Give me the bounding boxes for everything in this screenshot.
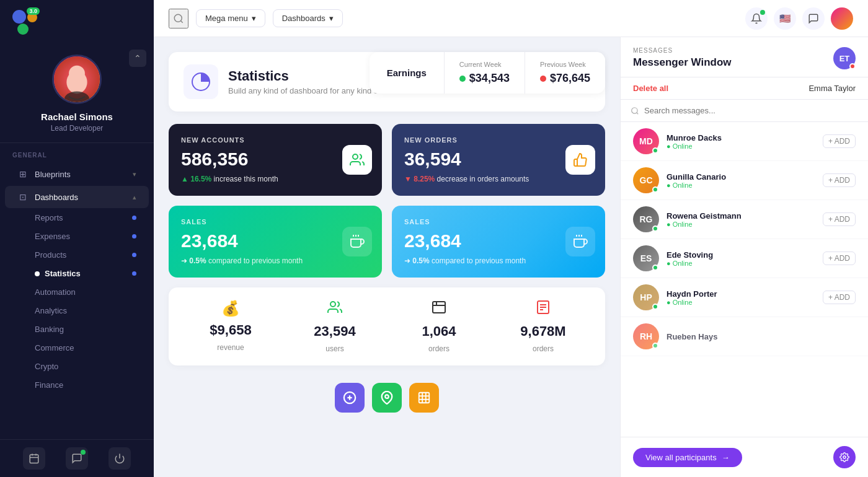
- rowena-name: Rowena Geistmann: [666, 211, 815, 221]
- sidebar-item-blueprints[interactable]: ⊞ Blueprints ▾: [5, 163, 149, 185]
- munroe-add-button[interactable]: + ADD: [823, 134, 856, 148]
- sidebar-item-crypto[interactable]: Crypto: [5, 357, 149, 375]
- statistics-active-indicator: [35, 271, 40, 276]
- sidebar-item-dashboards[interactable]: ⊡ Dashboards ▴: [5, 186, 149, 208]
- messenger-search-bar: [621, 100, 868, 122]
- mega-menu-button[interactable]: Mega menu ▾: [196, 9, 265, 27]
- products-dot: [132, 253, 136, 257]
- sidebar-item-reports[interactable]: Reports: [5, 209, 149, 227]
- new-orders-icon: [565, 145, 595, 175]
- avatar-image: [54, 56, 100, 102]
- sidebar-item-statistics[interactable]: Statistics: [5, 265, 149, 282]
- new-orders-card: NEW ORDERS 36,594 ▼ 8.25% decrease in or…: [392, 124, 605, 196]
- munroe-info: Munroe Dacks ● Online: [666, 133, 815, 150]
- svg-point-9: [174, 14, 182, 22]
- view-all-arrow: →: [722, 453, 730, 462]
- messenger-item-rueben[interactable]: RH Rueben Hays: [621, 317, 868, 356]
- table-action-button[interactable]: [409, 383, 439, 413]
- orders2-value: 9,678M: [520, 323, 565, 339]
- orders2-label: orders: [533, 344, 554, 353]
- users-label: users: [326, 344, 343, 353]
- expenses-label: Expenses: [35, 232, 70, 241]
- user-name: Rachael Simons: [41, 112, 113, 122]
- sales-green-change: ➜ 0.5% compared to previous month: [181, 256, 370, 265]
- gunilla-add-button[interactable]: + ADD: [823, 173, 856, 187]
- reports-label: Reports: [35, 213, 63, 222]
- delete-all-button[interactable]: Delete all: [633, 84, 668, 93]
- sidebar-item-finance[interactable]: Finance: [5, 376, 149, 394]
- haydn-online-dot: [652, 304, 658, 310]
- messenger-item-ede[interactable]: ES Ede Stoving ● Online + ADD: [621, 239, 868, 278]
- sidebar-item-expenses[interactable]: Expenses: [5, 227, 149, 245]
- previous-week-dot: [540, 76, 546, 82]
- messenger-contact-list: MD Munroe Dacks ● Online + ADD GC: [621, 122, 868, 437]
- sidebar-item-automation[interactable]: Automation: [5, 283, 149, 301]
- main-panel: Statistics Build any kind of dashboard f…: [154, 37, 620, 477]
- sales-blue-label: SALES: [404, 218, 593, 225]
- sidebar-item-analytics[interactable]: Analytics: [5, 302, 149, 320]
- statistics-label: Statistics: [45, 269, 81, 278]
- messenger-current-user: Emma Taylor: [808, 84, 856, 93]
- messenger-item-gunilla[interactable]: GC Gunilla Canario ● Online + ADD: [621, 161, 868, 200]
- metric-cards-grid: NEW ACCOUNTS 586,356 ▲ 16.5% increase th…: [169, 124, 605, 278]
- revenue-value: $9,658: [210, 322, 251, 338]
- banking-label: Banking: [35, 325, 64, 334]
- sidebar-item-commerce[interactable]: Commerce: [5, 339, 149, 357]
- ede-add-button[interactable]: + ADD: [823, 252, 856, 265]
- rowena-status: ● Online: [666, 221, 815, 228]
- sidebar-bottom-bar: [0, 439, 154, 477]
- previous-week-value: $76,645: [540, 72, 590, 85]
- expenses-dot: [132, 234, 136, 239]
- munroe-avatar: MD: [633, 128, 659, 154]
- rowena-add-button[interactable]: + ADD: [823, 212, 856, 226]
- add-action-button[interactable]: [335, 383, 365, 413]
- mega-menu-label: Mega menu: [205, 14, 248, 23]
- orders2-icon: [536, 300, 551, 318]
- calendar-button[interactable]: [23, 447, 45, 470]
- dashboards-button[interactable]: Dashboards ▾: [273, 9, 343, 27]
- earnings-section: Earnings Current Week $34,543 Previous W…: [370, 52, 605, 94]
- automation-label: Automation: [35, 287, 76, 297]
- new-accounts-card: NEW ACCOUNTS 586,356 ▲ 16.5% increase th…: [169, 124, 382, 196]
- messenger-item-munroe[interactable]: MD Munroe Dacks ● Online + ADD: [621, 122, 868, 161]
- sidebar-item-products[interactable]: Products: [5, 246, 149, 264]
- current-week-dot: [459, 76, 466, 82]
- svg-rect-31: [419, 393, 430, 403]
- ede-info: Ede Stoving ● Online: [666, 250, 815, 267]
- current-week-item: Current Week $34,543: [445, 52, 525, 94]
- message-button[interactable]: [802, 7, 825, 30]
- logo-icon: 3.0: [12, 10, 37, 35]
- gunilla-name: Gunilla Canario: [666, 172, 815, 182]
- messenger-settings-button[interactable]: [833, 446, 856, 468]
- messenger-item-rowena[interactable]: RG Rowena Geistmann ● Online + ADD: [621, 200, 868, 239]
- search-button[interactable]: [169, 9, 188, 28]
- messenger-user-avatar: ET: [833, 47, 856, 69]
- notification-button[interactable]: [745, 7, 768, 30]
- location-action-button[interactable]: [372, 383, 402, 413]
- new-accounts-value: 586,356: [181, 149, 370, 170]
- general-label: GENERAL: [0, 143, 154, 162]
- sales-blue-card: SALES 23,684 ➜ 0.5% compared to previous…: [392, 206, 605, 278]
- power-button[interactable]: [108, 447, 131, 470]
- flag-button[interactable]: 🇺🇸: [774, 7, 796, 30]
- dashboards-chevron: ▴: [133, 193, 136, 201]
- chat-notification-dot: [81, 450, 86, 455]
- svg-point-19: [330, 302, 335, 307]
- statistics-icon: [184, 64, 218, 99]
- blueprints-icon: ⊞: [17, 168, 29, 180]
- topbar-avatar[interactable]: [831, 7, 853, 30]
- sidebar-navigation: GENERAL ⊞ Blueprints ▾ ⊡ Dashboards ▴ Re…: [0, 143, 154, 439]
- chat-button[interactable]: [66, 447, 88, 470]
- analytics-label: Analytics: [35, 306, 67, 315]
- products-label: Products: [35, 250, 66, 260]
- view-all-participants-button[interactable]: View all participants →: [633, 448, 742, 467]
- messenger-actions-bar: Delete all Emma Taylor: [621, 77, 868, 100]
- svg-line-10: [180, 20, 182, 22]
- sidebar-collapse-button[interactable]: ⌃: [129, 50, 146, 67]
- svg-point-12: [353, 154, 358, 159]
- messenger-search-input[interactable]: [644, 106, 858, 115]
- messenger-item-haydn[interactable]: HP Haydn Porter ● Online + ADD: [621, 278, 868, 317]
- current-week-value: $34,543: [459, 72, 510, 85]
- haydn-add-button[interactable]: + ADD: [823, 291, 856, 304]
- sidebar-item-banking[interactable]: Banking: [5, 320, 149, 338]
